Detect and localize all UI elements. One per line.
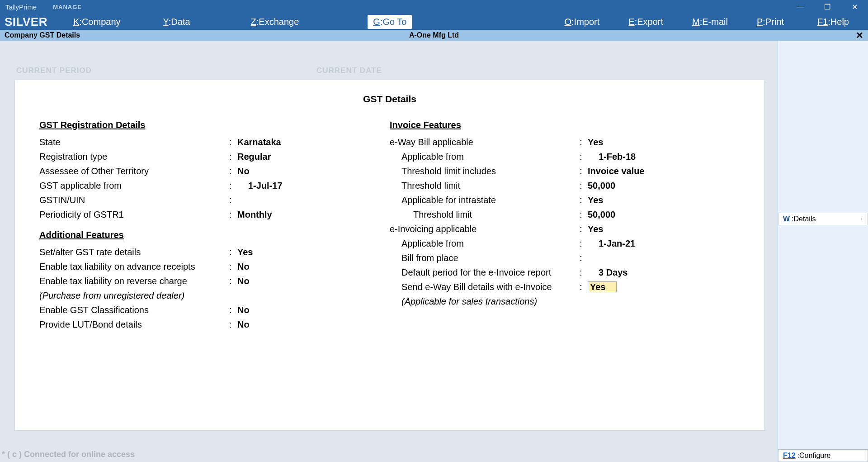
configure-button[interactable]: F12:Configure <box>778 449 868 462</box>
value-thresh[interactable]: 50,000 <box>588 178 615 193</box>
chevron-left-icon: 〈 <box>858 215 863 223</box>
edition-label: SILVER <box>0 15 63 29</box>
close-icon[interactable]: ✕ <box>856 30 868 41</box>
value-reverse[interactable]: No <box>237 274 250 288</box>
label-appfrom: GST applicable from <box>39 178 229 193</box>
label-regtype: Registration type <box>39 149 229 164</box>
label-reverse: Enable tax liability on reverse charge <box>39 274 229 288</box>
label-thresh-inc: Threshold limit includes <box>390 164 580 178</box>
label-intra-thresh: Threshold limit <box>390 207 580 222</box>
right-panel: W:Details 〈 F12:Configure <box>778 41 868 462</box>
label-intra: Applicable for intrastate <box>390 193 580 207</box>
minimize-icon[interactable]: — <box>787 0 814 14</box>
menu-export[interactable]: E:Export <box>623 15 669 29</box>
value-intra[interactable]: Yes <box>588 193 603 207</box>
menu-email[interactable]: M:E-mail <box>687 15 733 29</box>
label-sendeway: Send e-Way Bill details with e-Invoice <box>390 280 580 294</box>
label-assessee: Assessee of Other Territory <box>39 164 229 178</box>
menu-bar: SILVER K:Company Y:Data Z:Exchange G:Go … <box>0 14 868 30</box>
configure-label: Configure <box>799 452 830 460</box>
menu-import[interactable]: O:Import <box>559 15 605 29</box>
value-lut[interactable]: No <box>237 317 250 332</box>
title-bar: TallyPrime MANAGE — ❐ ✕ <box>0 0 868 14</box>
value-appfrom[interactable]: 1-Jul-17 <box>237 178 283 193</box>
value-defper[interactable]: 3 Days <box>588 265 628 280</box>
section-additional: Additional Features <box>39 230 390 240</box>
label-periodicity: Periodicity of GSTR1 <box>39 207 229 222</box>
value-rate[interactable]: Yes <box>237 245 253 259</box>
close-window-icon[interactable]: ✕ <box>841 0 868 14</box>
gst-details-form: GST Details GST Registration Details Sta… <box>14 80 765 431</box>
label-classifications: Enable GST Classifications <box>39 303 229 317</box>
label-einv-from: Applicable from <box>390 236 580 251</box>
value-einv[interactable]: Yes <box>588 222 603 236</box>
value-eway[interactable]: Yes <box>588 135 603 149</box>
label-eway-from: Applicable from <box>390 149 580 164</box>
context-bar: Company GST Details A-One Mfg Ltd ✕ <box>0 30 868 41</box>
label-billfrom: Bill from place <box>390 251 580 265</box>
value-sendeway[interactable]: Yes <box>588 281 617 292</box>
details-label: Details <box>794 215 816 223</box>
note-sendeway: (Applicable for sales transactions) <box>390 294 580 309</box>
section-invoice: Invoice Features <box>390 120 740 130</box>
value-advance[interactable]: No <box>237 259 250 274</box>
label-advance: Enable tax liability on advance receipts <box>39 259 229 274</box>
value-intra-thresh[interactable]: 50,000 <box>588 207 615 222</box>
menu-data[interactable]: Y:Data <box>158 15 196 29</box>
label-gstin: GSTIN/UIN <box>39 193 229 207</box>
value-periodicity[interactable]: Monthly <box>237 207 272 222</box>
manage-menu[interactable]: MANAGE <box>53 4 82 10</box>
value-state[interactable]: Karnataka <box>237 135 281 149</box>
menu-help[interactable]: F1:Help <box>812 15 854 29</box>
section-registration: GST Registration Details <box>39 120 390 130</box>
label-thresh: Threshold limit <box>390 178 580 193</box>
value-einv-from[interactable]: 1-Jan-21 <box>588 236 635 251</box>
app-name: TallyPrime <box>0 3 37 11</box>
bg-date-label: CURRENT DATE <box>316 66 382 75</box>
workspace: CURRENT PERIOD CURRENT DATE GST Details … <box>0 41 868 462</box>
label-lut: Provide LUT/Bond details <box>39 317 229 332</box>
label-einv: e-Invoicing applicable <box>390 222 580 236</box>
menu-print[interactable]: P:Print <box>751 15 789 29</box>
value-classifications[interactable]: No <box>237 303 250 317</box>
details-button[interactable]: W:Details 〈 <box>778 213 868 225</box>
value-eway-from[interactable]: 1-Feb-18 <box>588 149 636 164</box>
form-title: GST Details <box>39 94 740 105</box>
status-bar: * ( c ) Connected for online access <box>0 447 137 462</box>
note-reverse: (Purchase from unregistered dealer) <box>39 288 229 303</box>
company-name: A-One Mfg Ltd <box>409 31 459 39</box>
screen-title: Company GST Details <box>0 31 80 39</box>
maximize-icon[interactable]: ❐ <box>814 0 841 14</box>
value-assessee[interactable]: No <box>237 164 250 178</box>
label-state: State <box>39 135 229 149</box>
menu-company[interactable]: K:Company <box>68 15 126 29</box>
value-regtype[interactable]: Regular <box>237 149 271 164</box>
bg-period-label: CURRENT PERIOD <box>16 66 92 75</box>
value-thresh-inc[interactable]: Invoice value <box>588 164 645 178</box>
label-defper: Default period for the e-Invoice report <box>390 265 580 280</box>
menu-goto[interactable]: G:Go To <box>368 15 412 29</box>
label-rate: Set/alter GST rate details <box>39 245 229 259</box>
menu-exchange[interactable]: Z:Exchange <box>245 15 305 29</box>
label-eway: e-Way Bill applicable <box>390 135 580 149</box>
